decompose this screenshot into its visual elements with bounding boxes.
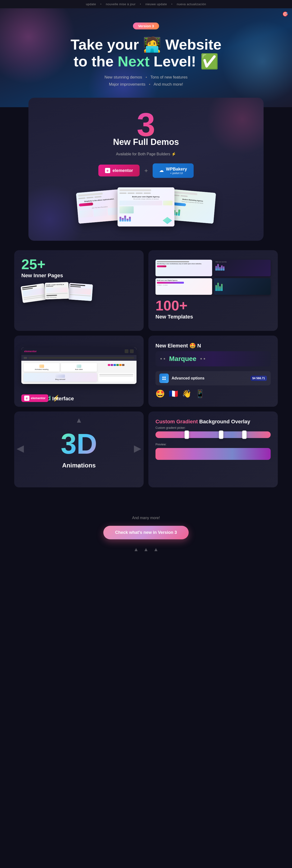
demo-card-1: Simplicity is the ultime sophistication.… (76, 189, 124, 224)
bottom-arrow-3: ▲ (153, 547, 159, 553)
marquee-text: Marquee (169, 355, 196, 363)
gradient-handle-2[interactable] (219, 430, 224, 439)
wpbakery-label: WPBakery (166, 167, 187, 172)
headline-line2: to the Next Level! ✅ (73, 53, 218, 69)
gradient-preview (156, 448, 271, 460)
template-card-3: Build your own Digital Agency. ✦ Pixfort… (156, 278, 212, 295)
threed-text: 3D (61, 430, 97, 458)
templates-number: 100+ (156, 299, 271, 313)
demos-section: 3 New Full Demos Available for Both Page… (28, 98, 264, 241)
new-element-label: New Element 🤩 N (156, 343, 271, 349)
ticker-dot-2: • (140, 2, 141, 6)
template-card-2: Start your journey (214, 260, 271, 276)
hero-section: Version 3 Take your 🧑‍💻 Website to the N… (0, 8, 292, 107)
blog-carousel-widget: Blog carousel (24, 373, 97, 381)
emoji-waving-hand: 👋 (182, 389, 192, 398)
ticker-item-3: nieuwe update (145, 2, 167, 6)
inner-page-card-3 (68, 283, 93, 301)
auto-video-widget: Auto video (61, 363, 97, 372)
wpbakery-icon: ☁ (159, 168, 164, 173)
demo-card-2: Build your own Digital Agency. We provid… (118, 187, 174, 226)
level-text: Level! (154, 53, 196, 69)
gradient-title: Custom Gradient Background Overlay (156, 418, 271, 425)
svg-rect-1 (164, 377, 166, 378)
gradient-card: Custom Gradient Background Overlay Custo… (149, 411, 278, 487)
elementor-icon: e (105, 168, 110, 173)
hero-feature-3: Major improvements (109, 82, 145, 87)
headline-line1: Take your 🧑‍💻 Website (71, 36, 221, 53)
hero-subtext: New stunning demos • Tons of new feature… (5, 74, 287, 88)
elementor-label: elementor (112, 168, 133, 173)
demos-subtitle: Available for Both Page Builders ⚡ (38, 152, 254, 156)
hero-feature-2: Tons of new features (151, 75, 188, 80)
template-card-1: Introducing a new revolutionary way to b… (156, 260, 212, 276)
svg-rect-2 (162, 378, 164, 380)
elementor-card: elementor Animated Heading (14, 336, 143, 407)
gradient-preview-label: Preview: (156, 443, 271, 446)
emoji-star-struck: 🤩 (156, 389, 165, 398)
elementor-badge-icon: e (24, 396, 29, 401)
inner-pages-card: 25+ New Inner Pages Create a super stunn… (14, 250, 143, 331)
advanced-options-row: Advanced options $4 566.71 (156, 371, 271, 385)
gradient-handle-1[interactable] (185, 430, 189, 439)
gradient-picker-label: Custom gradient picker: (156, 426, 271, 430)
templates-card: Introducing a new revolutionary way to b… (149, 250, 278, 331)
inner-pages-label: New Inner Pages (21, 273, 136, 279)
main-content: 25+ New Inner Pages Create a super stunn… (0, 241, 292, 506)
wpbakery-text: WPBakery + pixfort UI (166, 167, 187, 175)
marquee-display: • • Marquee • • (156, 351, 271, 366)
bottom-grid: ▲ ◀ ▶ 3D ▼ Animations Custom Gradient Ba… (14, 411, 278, 487)
plus-separator: + (144, 167, 148, 174)
elementor-badge-label: e elementor (21, 394, 48, 402)
emoji-phone: 📱 (195, 389, 205, 398)
emojis-row: 🤩 🇫🇷 👋 📱 (156, 389, 271, 398)
threed-label: Animations (62, 462, 96, 469)
template-card-4 (214, 278, 271, 295)
inner-pages-number: 25+ (21, 257, 136, 272)
templates-mocks: Introducing a new revolutionary way to b… (156, 260, 271, 295)
bottom-arrow-2: ▲ (143, 547, 149, 553)
svg-rect-3 (164, 378, 166, 380)
left-arrow: ◀ (17, 443, 24, 454)
animated-heading-widget: Animated Heading (24, 363, 60, 372)
version-badge[interactable]: Version 3 (133, 23, 159, 29)
wpbakery-button[interactable]: ☁ WPBakery + pixfort UI (153, 163, 194, 178)
demo-card-3: Modern Marketing Agency. Drive your busi… (168, 189, 216, 224)
features-grid: 25+ New Inner Pages Create a super stunn… (14, 250, 278, 331)
marquee-card: New Element 🤩 N • • Marquee • • Advanced… (149, 336, 278, 407)
color-swatches-widget (98, 363, 134, 372)
inner-page-card-2: Create a super stunning ☁ showcase! Mark… (45, 282, 69, 299)
ticker-dot-3: • (171, 2, 172, 6)
gradient-handle-3[interactable] (242, 430, 247, 439)
demos-number: 3 (38, 110, 254, 140)
demos-title: New Full Demos (38, 137, 254, 147)
hero-feature-4: And much more! (154, 82, 183, 87)
interface-label: Interface (52, 396, 74, 402)
ticker-item-4: nueva actualización (177, 2, 206, 6)
inner-pages-mocks: Create a super stunning ☁ showcase! Mark… (21, 282, 136, 299)
hero-feature-1: New stunning demos (104, 75, 142, 80)
gradient-picker[interactable] (156, 431, 271, 438)
ticker-item-2: nouvelle mise à jour (106, 2, 136, 6)
bottom-arrow-1: ▲ (133, 547, 139, 553)
price-badge: $4 566.71 (251, 376, 267, 381)
elementor-button[interactable]: e elementor (98, 164, 139, 177)
threed-card: ▲ ◀ ▶ 3D ▼ Animations (14, 411, 143, 487)
emoji-france-flag: 🇫🇷 (169, 389, 178, 398)
templates-label: New Templates (156, 314, 271, 320)
up-arrow-indicator: ▲ (75, 416, 83, 424)
check-version-button[interactable]: Check what's new in Version 3 (103, 526, 189, 539)
demo-screenshots: Simplicity is the ultime sophistication.… (38, 187, 254, 226)
right-arrow: ▶ (134, 443, 141, 454)
builders-row: e elementor + ☁ WPBakery + pixfort UI (38, 163, 254, 178)
ticker-item-1: update (86, 2, 96, 6)
elementor-marquee-row: elementor Animated Heading (14, 336, 278, 407)
advanced-icon (159, 374, 169, 383)
gradient-highlight: Custom Gradient (156, 418, 198, 425)
elementor-mock-title: elementor (24, 350, 37, 353)
advanced-label: Advanced options (172, 376, 204, 380)
next-text: Next (118, 53, 149, 69)
hero-headline: Take your 🧑‍💻 Website to the Next Level!… (5, 36, 287, 70)
bottom-arrows: ▲ ▲ ▲ (5, 547, 287, 553)
and-many-more: And many more! (5, 516, 287, 520)
